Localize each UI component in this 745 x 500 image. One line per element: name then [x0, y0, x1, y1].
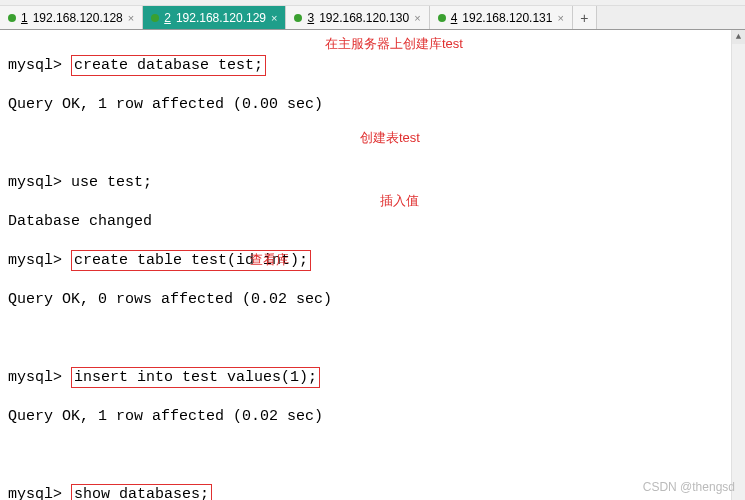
watermark: CSDN @thengsd	[643, 480, 735, 494]
tab-number: 1	[21, 11, 28, 25]
tab-number: 3	[307, 11, 314, 25]
terminal-output[interactable]: mysql> create database test; Query OK, 1…	[0, 30, 745, 500]
annotation: 创建表test	[360, 130, 420, 147]
tab-label: 192.168.120.129	[176, 11, 266, 25]
tab-label: 192.168.120.130	[319, 11, 409, 25]
cmd-show-db: show databases;	[71, 484, 212, 501]
tab-1[interactable]: 1 192.168.120.128 ×	[0, 6, 143, 29]
status-dot-icon	[8, 14, 16, 22]
tab-bar: 1 192.168.120.128 × 2 192.168.120.129 × …	[0, 6, 745, 30]
tab-4[interactable]: 4 192.168.120.131 ×	[430, 6, 573, 29]
prompt: mysql>	[8, 57, 62, 74]
prompt: mysql>	[8, 486, 62, 501]
query-response: Query OK, 0 rows affected (0.02 sec)	[8, 290, 737, 310]
prompt: mysql>	[8, 252, 62, 269]
cmd-create-db: create database test;	[71, 55, 266, 77]
add-tab-button[interactable]: +	[573, 6, 597, 29]
query-response: Query OK, 1 row affected (0.00 sec)	[8, 95, 737, 115]
tab-number: 2	[164, 11, 171, 25]
status-dot-icon	[438, 14, 446, 22]
annotation: 查看库	[250, 252, 289, 269]
tab-label: 192.168.120.131	[462, 11, 552, 25]
annotation: 插入值	[380, 193, 419, 210]
scrollbar[interactable]: ▲	[731, 30, 745, 500]
tab-2[interactable]: 2 192.168.120.129 ×	[143, 6, 286, 29]
tab-number: 4	[451, 11, 458, 25]
tab-label: 192.168.120.128	[33, 11, 123, 25]
close-icon[interactable]: ×	[271, 12, 277, 24]
status-dot-icon	[151, 14, 159, 22]
close-icon[interactable]: ×	[128, 12, 134, 24]
prompt: mysql>	[8, 369, 62, 386]
scroll-up-icon[interactable]: ▲	[732, 30, 745, 44]
close-icon[interactable]: ×	[557, 12, 563, 24]
cmd-use-db: use test;	[71, 174, 152, 191]
tab-3[interactable]: 3 192.168.120.130 ×	[286, 6, 429, 29]
query-response: Query OK, 1 row affected (0.02 sec)	[8, 407, 737, 427]
prompt: mysql>	[8, 174, 62, 191]
close-icon[interactable]: ×	[414, 12, 420, 24]
query-response: Database changed	[8, 212, 737, 232]
status-dot-icon	[294, 14, 302, 22]
cmd-insert: insert into test values(1);	[71, 367, 320, 389]
annotation: 在主服务器上创建库test	[325, 36, 463, 53]
